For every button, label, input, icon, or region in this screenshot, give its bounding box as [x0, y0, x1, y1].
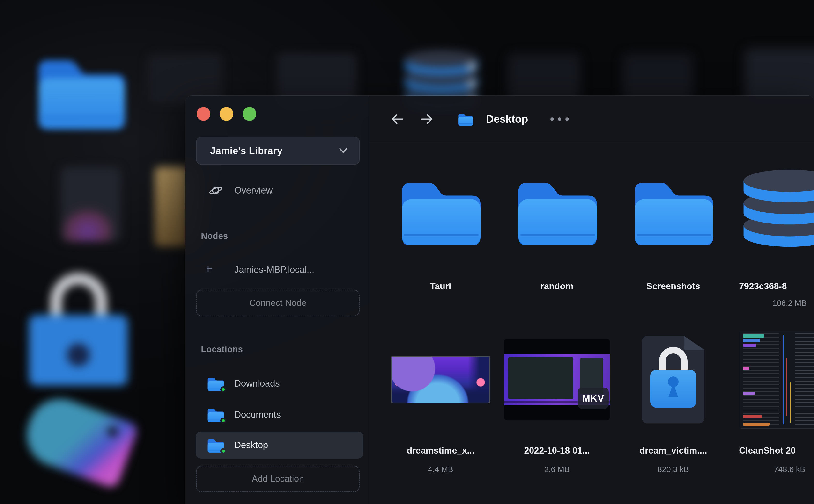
folder-icon	[631, 174, 716, 247]
desktop-screen: Jamie's Library Overview Nodes	[0, 0, 814, 504]
blurred-tag-icon	[27, 406, 130, 474]
app-window: Jamie's Library Overview Nodes	[185, 95, 814, 504]
file-size: 2.6 MB	[503, 465, 611, 474]
file-item-screenshots[interactable]: Screenshots	[619, 173, 727, 291]
window-controls	[196, 107, 256, 121]
file-name: random	[503, 281, 611, 291]
sidebar-item-label: Documents	[234, 410, 281, 420]
file-name: Screenshots	[619, 281, 727, 291]
section-title-locations: Locations	[201, 344, 243, 354]
lock-icon	[650, 347, 696, 408]
section-title-nodes: Nodes	[201, 231, 228, 241]
sidebar-item-label: Desktop	[234, 440, 268, 450]
add-location-button[interactable]: Add Location	[196, 466, 360, 492]
zoom-window-button[interactable]	[243, 107, 256, 121]
folder-icon	[514, 174, 600, 247]
blurred-folder-icon	[34, 51, 128, 132]
database-icon	[738, 169, 814, 252]
location-title: Desktop	[486, 113, 528, 125]
forward-button[interactable]	[419, 111, 435, 127]
folder-icon	[398, 174, 483, 247]
file-name: CleanShot 20	[736, 446, 814, 456]
screenshot-thumbnail	[740, 331, 814, 429]
image-thumbnail	[391, 356, 490, 403]
sidebar-item-overview[interactable]: Overview	[195, 177, 363, 204]
library-name: Jamie's Library	[210, 145, 283, 156]
sidebar-item-desktop[interactable]: Desktop	[195, 432, 363, 459]
blurred-app-icon	[60, 167, 121, 242]
sidebar-item-node[interactable]: Jamies-MBP.local...	[195, 256, 363, 283]
file-item-tauri[interactable]: Tauri	[387, 173, 494, 291]
online-badge	[220, 386, 227, 393]
online-badge	[220, 418, 227, 424]
library-selector[interactable]: Jamie's Library	[196, 137, 360, 165]
file-size: 748.6 kB	[736, 465, 814, 474]
folder-icon	[207, 438, 225, 453]
file-item-database[interactable]: 7923c368-8 106.2 MB	[736, 173, 814, 308]
node-name: Jamies-MBP.local...	[234, 265, 314, 275]
blurred-yellow-icon	[155, 167, 188, 246]
sidebar-item-documents[interactable]: Documents	[195, 401, 363, 428]
planet-icon	[207, 183, 225, 197]
sidebar: Jamie's Library Overview Nodes	[185, 96, 369, 504]
folder-icon	[207, 407, 225, 422]
file-name: dream_victim....	[619, 446, 727, 456]
chevron-down-icon	[339, 148, 347, 154]
file-name: dreamstime_x...	[387, 446, 494, 456]
folder-icon	[458, 112, 473, 126]
file-name: Tauri	[387, 281, 494, 291]
file-size: 820.3 kB	[619, 465, 727, 474]
file-item-random[interactable]: random	[503, 173, 611, 291]
video-thumbnail: MKV	[504, 339, 609, 420]
folder-icon	[207, 376, 225, 391]
sidebar-item-downloads[interactable]: Downloads	[195, 370, 363, 397]
back-button[interactable]	[390, 111, 405, 127]
file-size: 106.2 MB	[736, 299, 814, 308]
video-format-badge: MKV	[578, 388, 609, 409]
toolbar: Desktop	[369, 96, 814, 143]
laptop-icon	[207, 267, 225, 272]
file-name: 7923c368-8	[736, 281, 814, 291]
file-name: 2022-10-18 01...	[503, 446, 611, 456]
file-item-cleanshot[interactable]: CleanShot 20 748.6 kB	[736, 330, 814, 474]
file-item-encrypted[interactable]: dream_victim.... 820.3 kB	[619, 330, 727, 474]
connect-node-button[interactable]: Connect Node	[196, 290, 360, 316]
more-options-button[interactable]	[550, 117, 569, 121]
sidebar-item-label: Overview	[234, 185, 273, 196]
main-panel: Desktop Tauri random Screenshots 7923c36…	[369, 96, 814, 504]
file-item-dreamstime[interactable]: dreamstime_x... 4.4 MB	[387, 330, 494, 474]
online-badge	[220, 448, 227, 454]
minimize-window-button[interactable]	[220, 107, 234, 121]
sidebar-item-label: Downloads	[234, 378, 280, 389]
file-item-video[interactable]: MKV 2022-10-18 01... 2.6 MB	[503, 330, 611, 474]
close-window-button[interactable]	[196, 107, 211, 121]
blurred-lock-icon	[29, 273, 128, 386]
encrypted-file-icon	[642, 336, 705, 424]
file-size: 4.4 MB	[387, 465, 494, 474]
